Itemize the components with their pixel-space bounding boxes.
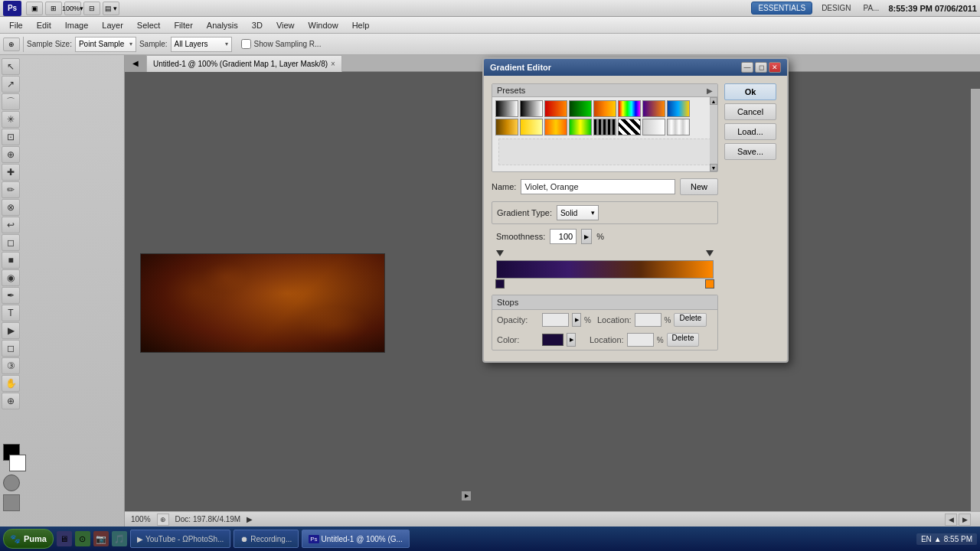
color-location-input[interactable] — [627, 333, 654, 347]
scroll-down-btn[interactable]: ▼ — [710, 164, 717, 171]
taskbar-item-youtube[interactable]: ▶ YouTube - ΩPhotoSh... — [130, 530, 230, 548]
painting-button[interactable]: PA... — [860, 2, 882, 14]
color-stop-swatch[interactable] — [542, 334, 564, 346]
opacity-delete-button[interactable]: Delete — [674, 313, 707, 327]
taskbar-item-photoshop[interactable]: Ps Untitled-1 @ 100% (G... — [302, 530, 410, 548]
preset-swatch-13[interactable] — [618, 119, 641, 135]
menu-help[interactable]: Help — [346, 19, 376, 31]
view-icon[interactable]: ⊞ — [45, 2, 62, 15]
direct-selection-tool[interactable]: ↗ — [2, 76, 20, 93]
text-tool[interactable]: T — [2, 305, 20, 321]
quick-launch-icon-3[interactable]: 📷 — [93, 531, 109, 546]
preset-swatch-11[interactable] — [569, 119, 592, 135]
name-input[interactable] — [521, 179, 675, 194]
start-button[interactable]: 🐾 Puma — [3, 529, 54, 549]
quick-launch-icon-2[interactable]: ⊙ — [75, 531, 90, 546]
preset-swatch-6[interactable] — [642, 100, 665, 117]
zoom-tool[interactable]: ⊕ — [2, 393, 20, 409]
eyedropper-tool-icon[interactable]: ⊕ — [3, 37, 20, 51]
gradient-bar[interactable] — [496, 260, 714, 279]
healing-tool[interactable]: ✚ — [2, 164, 20, 181]
eraser-tool[interactable]: ◻ — [2, 234, 20, 251]
opacity-stop-right[interactable] — [706, 250, 714, 258]
preset-swatch-3[interactable] — [569, 100, 592, 117]
zoom-indicator-btn[interactable]: ⊕ — [157, 514, 169, 526]
history-brush-tool[interactable]: ↩ — [2, 217, 20, 233]
preset-swatch-4[interactable] — [593, 100, 616, 117]
opacity-stop-input[interactable] — [542, 313, 569, 327]
status-arrow[interactable]: ▶ — [247, 515, 253, 523]
dialog-close-btn[interactable]: ✕ — [769, 62, 781, 73]
preset-swatch-14[interactable] — [642, 119, 665, 135]
taskbar-item-recording[interactable]: ⏺ Recording... — [234, 530, 299, 548]
clone-stamp-tool[interactable]: ⊗ — [2, 199, 20, 216]
opacity-location-input[interactable] — [635, 313, 662, 327]
preset-swatch-1[interactable] — [520, 100, 543, 117]
preset-swatch-10[interactable] — [544, 119, 567, 135]
hand-tool[interactable]: ✋ — [2, 375, 20, 392]
menu-filter[interactable]: Filter — [168, 19, 198, 31]
brush-tool[interactable]: ✏ — [2, 181, 20, 198]
scroll-right-btn[interactable]: ▶ — [959, 514, 971, 526]
canvas-tab[interactable]: Untitled-1 @ 100% (Gradient Map 1, Layer… — [146, 55, 342, 72]
background-color[interactable] — [9, 455, 26, 471]
color-stop-right[interactable] — [705, 279, 714, 289]
new-button[interactable]: New — [680, 178, 718, 195]
magic-wand-tool[interactable]: ✳ — [2, 111, 20, 128]
path-selection-tool[interactable]: ▶ — [2, 322, 20, 339]
preset-swatch-2[interactable] — [544, 100, 567, 117]
preset-swatch-12[interactable] — [593, 119, 616, 135]
color-stop-stepper[interactable]: ▶ — [567, 333, 576, 347]
menu-file[interactable]: File — [3, 19, 29, 31]
menu-image[interactable]: Image — [59, 19, 95, 31]
sample-size-dropdown[interactable]: Point Sample ▾ — [75, 37, 136, 52]
preset-swatch-15[interactable] — [667, 119, 690, 135]
opacity-stop-left[interactable] — [496, 250, 504, 258]
canvas-nav-right[interactable]: ▶ — [462, 491, 471, 500]
dialog-minimize-btn[interactable]: — — [741, 62, 753, 73]
opacity-stop-stepper[interactable]: ▶ — [572, 313, 581, 327]
show-sampling-checkbox[interactable] — [241, 39, 251, 49]
eyedropper-tool[interactable]: ⊕ — [2, 146, 20, 163]
smoothness-stepper[interactable]: ▶ — [581, 229, 592, 244]
dialog-restore-btn[interactable]: ◻ — [755, 62, 767, 73]
zoom-dropdown[interactable]: 100% ▾ — [64, 2, 81, 15]
3d-tool[interactable]: ③ — [2, 357, 20, 374]
preset-swatch-0[interactable] — [495, 100, 518, 117]
color-stop-left[interactable] — [495, 279, 505, 289]
layout-icon[interactable]: ⊟ — [83, 2, 100, 15]
selection-tool[interactable]: ↖ — [2, 58, 20, 75]
sample-dropdown[interactable]: All Layers ▾ — [171, 37, 232, 52]
preset-swatch-7[interactable] — [667, 100, 690, 117]
menu-layer[interactable]: Layer — [96, 19, 129, 31]
dodge-tool[interactable]: ◉ — [2, 269, 20, 286]
ok-button[interactable]: Ok — [724, 83, 776, 100]
screen-mode-btn[interactable] — [3, 494, 20, 511]
scroll-up-btn[interactable]: ▲ — [710, 97, 717, 105]
quick-mask-btn[interactable] — [3, 474, 20, 491]
preset-swatch-5[interactable] — [618, 100, 641, 117]
quick-launch-icon-4[interactable]: 🎵 — [112, 531, 127, 546]
vertical-scrollbar[interactable] — [971, 89, 980, 525]
menu-analysis[interactable]: Analysis — [201, 19, 244, 31]
menu-view[interactable]: View — [270, 19, 301, 31]
quick-launch-icon-1[interactable]: 🖥 — [57, 531, 72, 546]
menu-3d[interactable]: 3D — [246, 19, 269, 31]
essentials-button[interactable]: ESSENTIALS — [751, 2, 812, 15]
pen-tool[interactable]: ✒ — [2, 287, 20, 304]
lasso-tool[interactable]: ⌒ — [2, 93, 20, 110]
screen-icon[interactable]: ▤ ▾ — [103, 2, 119, 15]
cancel-button[interactable]: Cancel — [724, 103, 776, 120]
design-button[interactable]: DESIGN — [818, 2, 854, 14]
gradient-tool[interactable]: ■ — [2, 252, 20, 269]
shape-tool[interactable]: ◻ — [2, 340, 20, 357]
crop-tool[interactable]: ⊡ — [2, 129, 20, 145]
gradient-type-dropdown[interactable]: Solid ▾ — [557, 205, 599, 220]
history-icon[interactable]: ▣ — [26, 2, 43, 15]
smoothness-input[interactable] — [550, 229, 577, 244]
preset-swatch-8[interactable] — [495, 119, 518, 135]
presets-menu-arrow[interactable]: ▶ — [707, 86, 713, 95]
load-button[interactable]: Load... — [724, 123, 776, 140]
tab-close-icon[interactable]: × — [331, 60, 335, 68]
menu-window[interactable]: Window — [302, 19, 345, 31]
